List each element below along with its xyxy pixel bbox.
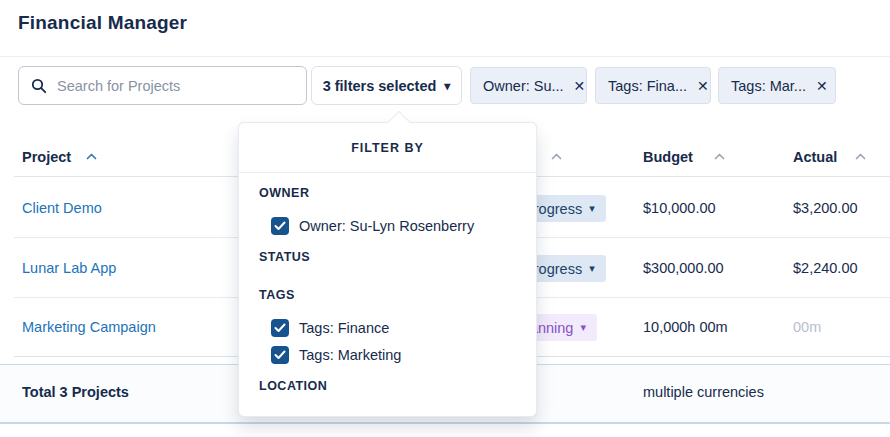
filter-option-label: Tags: Finance — [299, 320, 389, 336]
close-icon[interactable]: ✕ — [574, 79, 586, 93]
filter-chip-label: Tags: Mar... — [731, 78, 806, 94]
actual-value: 00m — [793, 319, 821, 335]
budget-value: $300,000.00 — [643, 260, 724, 276]
filter-chip-tags-finance[interactable]: Tags: Fina... ✕ — [595, 67, 711, 104]
budget-summary: multiple currencies — [643, 384, 764, 400]
project-link[interactable]: Client Demo — [22, 200, 102, 216]
chevron-down-icon: ▾ — [589, 263, 595, 274]
page-title: Financial Manager — [18, 12, 187, 34]
search-box[interactable] — [18, 66, 307, 105]
section-label-status: STATUS — [259, 250, 310, 264]
sort-icon[interactable] — [551, 153, 562, 160]
filter-option-label: Owner: Su-Lyn Rosenberry — [299, 218, 474, 234]
checkbox-checked-icon[interactable] — [271, 217, 289, 235]
section-label-tags: TAGS — [259, 288, 295, 302]
close-icon[interactable]: ✕ — [816, 79, 828, 93]
filter-chip-label: Tags: Fina... — [608, 78, 687, 94]
filter-option-label: Tags: Marketing — [299, 347, 401, 363]
total-projects-label: Total 3 Projects — [22, 384, 129, 400]
filter-chip-tags-marketing[interactable]: Tags: Mar... ✕ — [718, 67, 836, 104]
actual-value: $2,240.00 — [793, 260, 858, 276]
sort-icon[interactable] — [855, 153, 866, 160]
filters-selected-button[interactable]: 3 filters selected ▾ — [311, 66, 462, 105]
financial-manager-page: Financial Manager 3 filters selected ▾ O… — [0, 0, 890, 437]
chevron-down-icon: ▾ — [580, 322, 586, 333]
budget-value: $10,000.00 — [643, 200, 716, 216]
chevron-down-icon: ▾ — [444, 80, 450, 92]
column-header-budget[interactable]: Budget — [643, 149, 693, 165]
filter-panel-title: FILTER BY — [239, 123, 536, 173]
actual-value: $3,200.00 — [793, 200, 858, 216]
table-bottom-border — [0, 422, 890, 424]
filter-option-owner[interactable]: Owner: Su-Lyn Rosenberry — [271, 216, 474, 236]
sort-icon[interactable] — [714, 153, 725, 160]
chevron-down-icon: ▾ — [589, 203, 595, 214]
search-icon — [31, 78, 47, 94]
close-icon[interactable]: ✕ — [697, 79, 709, 93]
filters-selected-label: 3 filters selected — [323, 78, 437, 94]
section-label-location: LOCATION — [259, 379, 327, 393]
project-link[interactable]: Marketing Campaign — [22, 319, 156, 335]
column-header-project[interactable]: Project — [22, 149, 71, 165]
header-divider — [0, 56, 890, 57]
filter-chip-label: Owner: Su... — [483, 78, 564, 94]
search-input[interactable] — [57, 78, 294, 94]
budget-value: 10,000h 00m — [643, 319, 728, 335]
section-label-owner: OWNER — [259, 186, 309, 200]
filter-option-tags-marketing[interactable]: Tags: Marketing — [271, 345, 401, 365]
project-link[interactable]: Lunar Lab App — [22, 260, 116, 276]
sort-asc-icon[interactable] — [86, 153, 97, 160]
filter-option-tags-finance[interactable]: Tags: Finance — [271, 318, 389, 338]
filter-chip-owner[interactable]: Owner: Su... ✕ — [470, 67, 587, 104]
column-header-actual[interactable]: Actual — [793, 149, 837, 165]
checkbox-checked-icon[interactable] — [271, 319, 289, 337]
checkbox-checked-icon[interactable] — [271, 346, 289, 364]
filter-dropdown-panel: FILTER BY OWNER Owner: Su-Lyn Rosenberry… — [238, 122, 537, 417]
